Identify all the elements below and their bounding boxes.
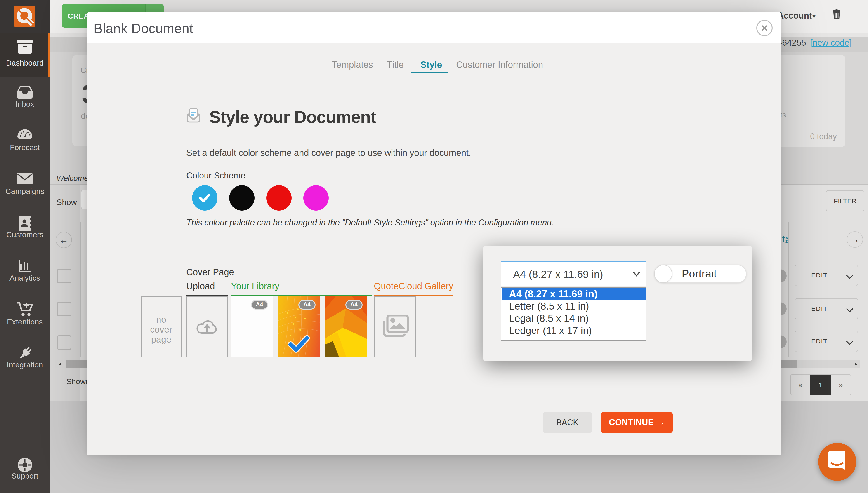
- svg-text:A: A: [785, 236, 788, 240]
- svg-text:Z: Z: [785, 239, 787, 243]
